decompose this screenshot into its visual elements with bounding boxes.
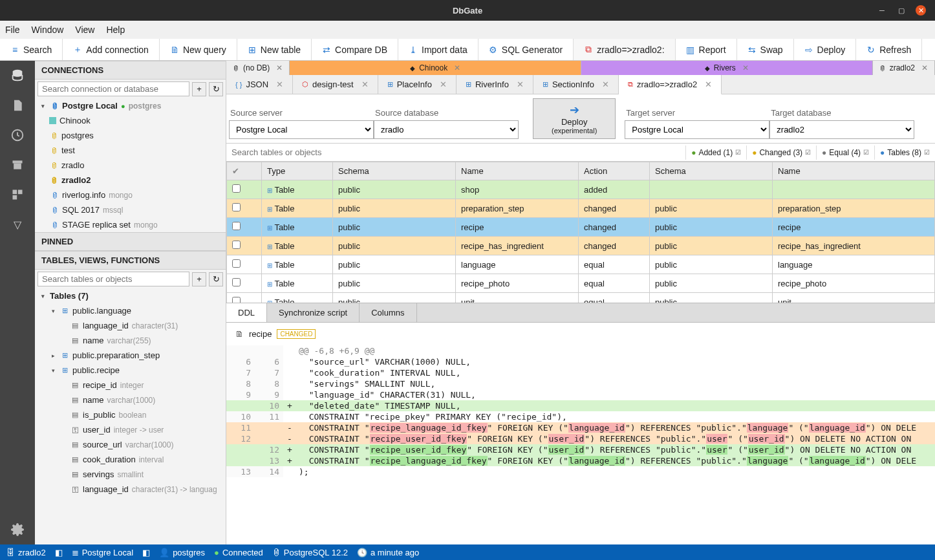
- refresh-connections-button[interactable]: ↻: [209, 82, 223, 96]
- badge-equal[interactable]: ●Equal (4)☑: [816, 145, 874, 160]
- source-db-select[interactable]: zradlo: [374, 120, 519, 139]
- tree-item[interactable]: ⚿language_idcharacter(31) -> languag: [35, 482, 226, 497]
- close-icon[interactable]: ✕: [440, 80, 447, 89]
- newtable-button[interactable]: ⊞New table: [237, 39, 312, 60]
- tree-item[interactable]: ▤namevarchar(1000): [35, 393, 226, 407]
- ddl-tab[interactable]: Synchronize script: [267, 303, 360, 322]
- newquery-button[interactable]: 🗎New query: [160, 39, 237, 60]
- tree-item[interactable]: ⚿user_idinteger -> user: [35, 422, 226, 437]
- close-icon[interactable]: ✕: [361, 80, 369, 89]
- db-tab[interactable]: 🛢zradlo2✕: [873, 61, 935, 75]
- close-icon[interactable]: ✕: [705, 80, 712, 89]
- row-checkbox[interactable]: [232, 278, 241, 286]
- row-checkbox[interactable]: [232, 222, 241, 230]
- database-icon[interactable]: [9, 67, 26, 84]
- swap-button[interactable]: ⇆Swap: [737, 39, 794, 60]
- col-header[interactable]: Name: [456, 162, 579, 180]
- connection-item[interactable]: 🛢riverlog.infomongo: [35, 188, 226, 202]
- plugins-icon[interactable]: [9, 186, 26, 203]
- close-icon[interactable]: ✕: [602, 80, 609, 89]
- connection-item[interactable]: 🛢test: [35, 143, 226, 158]
- col-header[interactable]: ✔: [227, 162, 262, 180]
- checkbox-icon[interactable]: ☑: [735, 149, 741, 156]
- connection-item[interactable]: 🛢STAGE replica setmongo: [35, 217, 226, 232]
- tree-item[interactable]: ▤recipe_idinteger: [35, 378, 226, 393]
- connection-item[interactable]: 🛢zradlo: [35, 158, 226, 173]
- file-tab[interactable]: ⊞SectionInfo✕: [533, 75, 619, 94]
- col-header[interactable]: Name: [773, 162, 935, 180]
- maximize-icon[interactable]: ▢: [896, 5, 907, 16]
- checkbox-icon[interactable]: ☑: [805, 149, 811, 156]
- status-db[interactable]: 🗄 zradlo2: [6, 548, 46, 557]
- expand-icon[interactable]: ▾: [39, 293, 47, 299]
- db-tab[interactable]: 🛢(no DB)✕: [226, 61, 290, 75]
- refresh-tables-button[interactable]: ↻: [209, 272, 223, 286]
- col-header[interactable]: Type: [262, 162, 333, 180]
- expand-icon[interactable]: ▾: [49, 367, 57, 374]
- checkbox-icon[interactable]: ☑: [924, 149, 930, 156]
- target-server-select[interactable]: Postgre Local: [625, 120, 769, 139]
- close-icon[interactable]: ✕: [517, 80, 524, 89]
- archive-icon[interactable]: [9, 156, 26, 173]
- row-checkbox[interactable]: [232, 259, 241, 268]
- status-db-action[interactable]: ◧: [55, 548, 63, 557]
- db-tab[interactable]: ◆Chinook✕: [290, 61, 581, 75]
- close-icon[interactable]: ✕: [276, 63, 283, 72]
- table-row[interactable]: ⊞ Tablepublicunitequalpublicunit: [227, 293, 935, 303]
- deploy-button[interactable]: ➔ Deploy (experimental): [533, 98, 616, 139]
- file-tab[interactable]: ⬡design-test✕: [293, 75, 378, 94]
- close-icon[interactable]: ✕: [276, 80, 283, 89]
- col-header[interactable]: Action: [579, 162, 650, 180]
- connection-search-input[interactable]: [38, 81, 189, 96]
- row-checkbox[interactable]: [232, 297, 241, 303]
- expand-icon[interactable]: ▾: [49, 308, 57, 314]
- file-tab[interactable]: { }JSON✕: [226, 75, 293, 94]
- file-icon[interactable]: [9, 97, 26, 114]
- tree-item[interactable]: ▾⊞public.language: [35, 303, 226, 318]
- col-header[interactable]: Schema: [333, 162, 456, 180]
- report-button[interactable]: ▥Report: [676, 39, 737, 60]
- close-icon[interactable]: ✕: [921, 63, 928, 72]
- settings-icon[interactable]: [9, 521, 26, 538]
- add-table-button[interactable]: +: [192, 272, 206, 286]
- compare-active-button[interactable]: ⧉zradlo=>zradlo2:: [574, 39, 675, 60]
- table-row[interactable]: ⊞ Tablepubliclanguageequalpubliclanguage: [227, 255, 935, 274]
- table-row[interactable]: ⊞ Tablepublicrecipechangedpublicrecipe: [227, 218, 935, 237]
- add-connection-button[interactable]: +: [192, 82, 206, 96]
- menu-view[interactable]: View: [75, 25, 94, 35]
- badge-tables[interactable]: ●Tables (8)☑: [874, 145, 935, 160]
- file-tab[interactable]: ⧉zradlo=>zradlo2✕: [619, 75, 722, 94]
- connection-item[interactable]: ▾🛢Postgre Local●postgres: [35, 98, 226, 113]
- ddl-tab[interactable]: Columns: [360, 303, 416, 322]
- row-checkbox[interactable]: [232, 203, 241, 211]
- close-icon[interactable]: ✕: [454, 63, 460, 72]
- ddl-tab[interactable]: DDL: [226, 303, 267, 322]
- connection-item[interactable]: 🛢zradlo2: [35, 173, 226, 188]
- tables-search-input[interactable]: [38, 272, 189, 286]
- tree-item[interactable]: ▤language_idcharacter(31): [35, 318, 226, 333]
- file-tab[interactable]: ⊞RiverInfo✕: [457, 75, 533, 94]
- close-icon[interactable]: ✕: [742, 63, 749, 72]
- connection-item[interactable]: Chinook: [35, 113, 226, 128]
- compare-search-input[interactable]: [226, 144, 685, 161]
- connection-item[interactable]: 🛢SQL 2017mssql: [35, 202, 226, 217]
- row-checkbox[interactable]: [232, 184, 241, 193]
- close-icon[interactable]: ✕: [916, 5, 926, 16]
- badge-changed[interactable]: ●Changed (3)☑: [746, 145, 816, 160]
- menu-file[interactable]: File: [5, 25, 20, 35]
- badge-added[interactable]: ●Added (1)☑: [685, 145, 746, 160]
- checkbox-icon[interactable]: ☑: [863, 149, 869, 156]
- minimize-icon[interactable]: ─: [877, 5, 887, 16]
- source-server-select[interactable]: Postgre Local: [229, 120, 374, 139]
- table-row[interactable]: ⊞ Tablepublicshopadded: [227, 180, 935, 199]
- tree-item[interactable]: ▤servingssmallint: [35, 467, 226, 482]
- tree-item[interactable]: ▤cook_durationinterval: [35, 452, 226, 467]
- sqlgen-button[interactable]: ⚙SQL Generator: [478, 39, 574, 60]
- history-icon[interactable]: [9, 127, 26, 144]
- expand-icon[interactable]: ▸: [49, 352, 57, 359]
- menu-help[interactable]: Help: [106, 25, 125, 35]
- status-server-action[interactable]: ◧: [142, 548, 150, 557]
- check-all-icon[interactable]: ✔: [232, 166, 239, 176]
- db-tab[interactable]: ◆Rivers✕: [581, 61, 873, 75]
- tree-item[interactable]: ▤namevarchar(255): [35, 333, 226, 348]
